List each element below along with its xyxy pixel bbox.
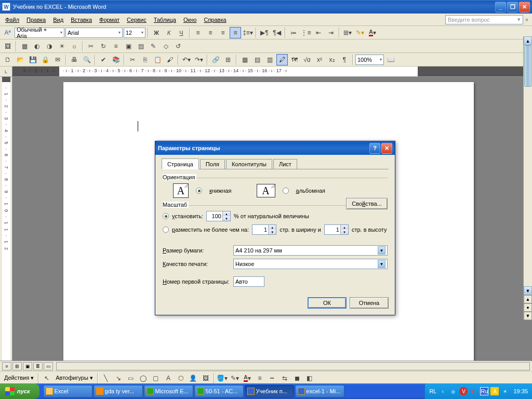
scale-spinner[interactable]: ▲▼: [206, 211, 231, 221]
ltr-icon[interactable]: ▶¶: [259, 27, 270, 38]
menu-window[interactable]: Окно: [180, 15, 201, 24]
drawing-actions[interactable]: Действия ▾: [2, 375, 36, 381]
browse-object-icon[interactable]: ●: [524, 303, 532, 312]
underline-icon[interactable]: Ч: [176, 27, 187, 38]
landscape-label[interactable]: альбомная: [296, 188, 325, 194]
ok-button[interactable]: ОК: [308, 297, 347, 309]
select-objects-icon[interactable]: ↖: [41, 373, 52, 384]
outdent-icon[interactable]: ⇤: [313, 27, 324, 38]
menu-edit[interactable]: Правка: [23, 15, 49, 24]
menu-insert[interactable]: Вставка: [67, 15, 96, 24]
close-button[interactable]: ✕: [519, 2, 530, 12]
next-page-icon[interactable]: ▼: [524, 312, 532, 320]
task-word-textbook[interactable]: Учебник п...: [245, 385, 294, 397]
line-color-icon[interactable]: ✎▾: [229, 373, 241, 384]
print-view-icon[interactable]: ▣: [23, 362, 32, 370]
insert-table-icon[interactable]: ▦: [239, 54, 250, 65]
minimize-button[interactable]: _: [495, 2, 506, 12]
task-excel-app[interactable]: Microsoft E...: [144, 385, 193, 397]
permissions-icon[interactable]: 🔒: [39, 54, 51, 65]
vertical-scrollbar[interactable]: ▲ ▼ ▲ ● ▼: [523, 36, 532, 320]
numbering-icon[interactable]: ≔: [288, 27, 299, 38]
new-icon[interactable]: 🗋: [2, 54, 14, 65]
scroll-down-icon[interactable]: ▼: [524, 286, 532, 295]
spin-up-icon[interactable]: ▲: [222, 211, 230, 216]
format-painter-icon[interactable]: 🖌: [164, 54, 176, 65]
crop-icon[interactable]: ✂: [85, 41, 97, 52]
task-acdsee[interactable]: 50-51 - AC...: [194, 385, 244, 397]
research-icon[interactable]: 📚: [110, 54, 122, 65]
insert-picture-icon[interactable]: 🖼: [2, 41, 14, 52]
rtl-icon[interactable]: ¶◀: [271, 27, 283, 38]
email-icon[interactable]: ✉: [52, 54, 63, 65]
align-center-icon[interactable]: ≡: [205, 27, 216, 38]
tray-network-icon[interactable]: ◐: [470, 387, 478, 395]
line-weight-icon[interactable]: ≡: [254, 373, 265, 384]
landscape-icon[interactable]: A: [257, 184, 275, 197]
insert-image-icon[interactable]: 🖼: [200, 373, 211, 384]
color-icon[interactable]: ▦: [19, 41, 30, 52]
portrait-radio[interactable]: [196, 188, 202, 194]
adjust-to-label[interactable]: установить:: [172, 213, 203, 219]
open-icon[interactable]: 📂: [15, 54, 26, 65]
portrait-label[interactable]: ккнижнаянижная: [209, 188, 232, 194]
align-right-icon[interactable]: ≡: [217, 27, 229, 38]
subscript-icon[interactable]: x₂: [326, 54, 338, 65]
tray-clock[interactable]: 19:35: [513, 388, 528, 394]
cut-icon[interactable]: ✂: [127, 54, 138, 65]
dialog-close-button[interactable]: ✕: [381, 143, 392, 154]
text-wrap-icon[interactable]: ▤: [135, 41, 147, 52]
paste-icon[interactable]: 📋: [152, 54, 163, 65]
print-quality-select[interactable]: Низкое▼: [233, 259, 388, 269]
web-view-icon[interactable]: ⊞: [12, 362, 22, 370]
menu-file[interactable]: Файл: [2, 15, 23, 24]
help-search-box[interactable]: Введите вопрос ▾: [445, 15, 523, 24]
spelling-icon[interactable]: ✔: [98, 54, 109, 65]
horizontal-ruler[interactable]: L 3 · ı · 2 · ı · 1 · ı · · ı · 1 · ı · …: [0, 66, 532, 77]
style-combo[interactable]: Обычный + Aria▾: [15, 28, 64, 38]
dialog-help-button[interactable]: ?: [369, 143, 380, 154]
tab-sheet[interactable]: Лист: [273, 159, 297, 169]
contrast-down-icon[interactable]: ◑: [44, 41, 55, 52]
brightness-down-icon[interactable]: ☼: [69, 41, 80, 52]
textbox-icon[interactable]: ▢: [150, 373, 162, 384]
paper-size-select[interactable]: А4 210 на 297 мм▼: [233, 245, 388, 256]
first-page-input[interactable]: Авто: [233, 276, 264, 287]
tray-lang-rl[interactable]: RL: [429, 388, 436, 394]
menu-view[interactable]: Вид: [49, 15, 67, 24]
align-left-icon[interactable]: ≡: [192, 27, 204, 38]
font-color-icon[interactable]: А▾: [367, 27, 378, 38]
reset-picture-icon[interactable]: ↺: [172, 41, 184, 52]
italic-icon[interactable]: К: [163, 27, 175, 38]
font-color2-icon[interactable]: А▾: [242, 373, 253, 384]
highlight-icon[interactable]: ✎▾: [354, 27, 366, 38]
portrait-icon[interactable]: A: [173, 183, 189, 198]
undo-icon[interactable]: ↶▾: [181, 54, 192, 65]
line-icon[interactable]: ╲: [100, 373, 112, 384]
normal-view-icon[interactable]: ≡: [2, 362, 11, 370]
fit-to-label[interactable]: разместить не более чем на:: [172, 227, 249, 233]
print-icon[interactable]: 🖶: [69, 54, 80, 65]
contrast-up-icon[interactable]: ◐: [31, 41, 43, 52]
dash-style-icon[interactable]: ┅: [267, 373, 278, 384]
cancel-button[interactable]: Отмена: [350, 297, 389, 309]
scale-value-input[interactable]: [207, 211, 222, 221]
start-button[interactable]: пуск: [0, 383, 39, 399]
hyperlink-icon[interactable]: 🔗: [210, 54, 221, 65]
scroll-thumb[interactable]: [524, 45, 531, 87]
close-menu-icon[interactable]: ×: [523, 17, 530, 23]
shadow-icon[interactable]: ◼: [291, 373, 303, 384]
format-object-icon[interactable]: ✎: [148, 41, 159, 52]
tray-shield-icon[interactable]: A: [490, 387, 499, 395]
menu-help[interactable]: Справка: [200, 15, 230, 24]
brightness-up-icon[interactable]: ☀: [56, 41, 68, 52]
tray-av-icon[interactable]: V: [459, 387, 468, 395]
landscape-radio[interactable]: [283, 188, 289, 194]
line-style-icon[interactable]: ≡: [110, 41, 122, 52]
align-justify-icon[interactable]: ≡: [230, 27, 241, 38]
doc-map-icon[interactable]: 🗺: [289, 54, 300, 65]
menu-format[interactable]: Формат: [96, 15, 123, 24]
borders-icon[interactable]: ⊞▾: [342, 27, 353, 38]
line-spacing-icon[interactable]: ‡≡▾: [242, 27, 254, 38]
bold-icon[interactable]: Ж: [151, 27, 162, 38]
